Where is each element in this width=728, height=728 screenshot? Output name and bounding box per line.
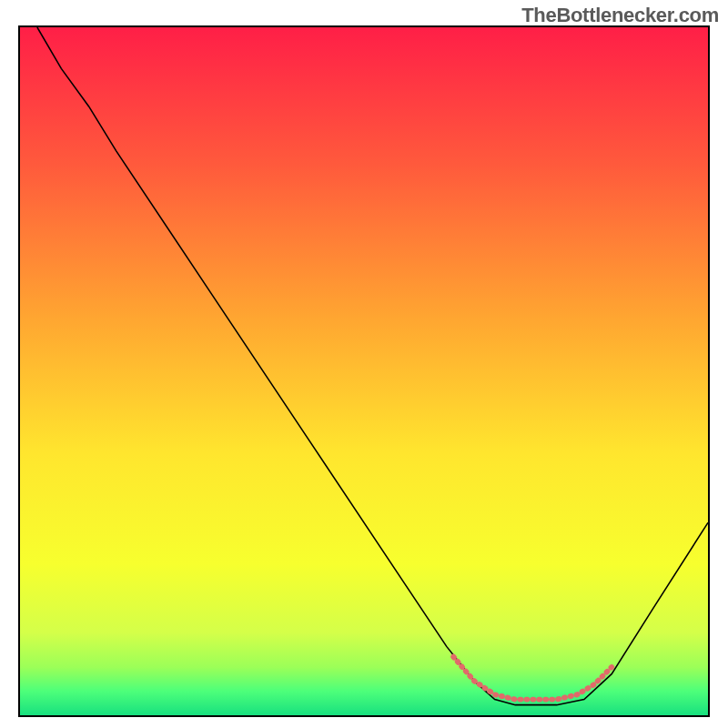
bottleneck-curve bbox=[37, 27, 708, 705]
plot-area bbox=[18, 25, 710, 717]
chart-container: TheBottlenecker.com bbox=[0, 0, 728, 728]
curve-layer bbox=[20, 27, 708, 715]
watermark-text: TheBottlenecker.com bbox=[521, 4, 719, 27]
optimal-range-marker bbox=[453, 657, 612, 700]
